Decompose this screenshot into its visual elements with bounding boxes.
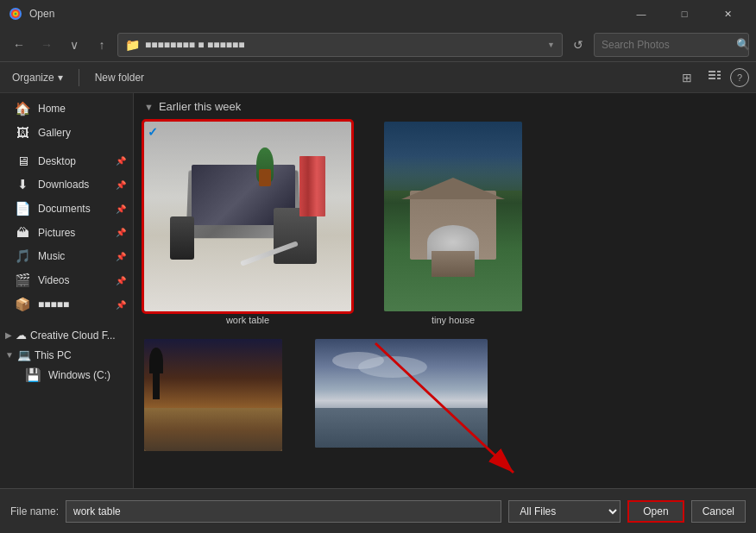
view-details-icon [708,69,721,85]
pin-icon-videos: 📌 [116,276,126,285]
downloads-icon: ⬇ [14,177,31,192]
address-bar[interactable]: 📁 ■■■■■■■■ ■ ■■■■■■ ▼ [117,33,563,57]
bottom-bar: File name: All FilesJPEGPNGBMPGIFTIFF Op… [0,488,756,533]
refresh-button[interactable]: ↺ [566,33,590,57]
creative-cloud-chevron-icon: ▶ [5,330,12,340]
creative-cloud-label: Creative Cloud F... [30,329,116,342]
down-button[interactable]: ∨ [62,33,86,57]
toolbar-right: ⊞ ? [675,66,749,90]
maximize-button[interactable]: □ [665,0,704,28]
title-bar: Open — □ ✕ [0,0,756,28]
pin-icon-downloads: 📌 [116,180,126,190]
misc-icon: 📦 [14,297,31,312]
photo-label-tiny-house: tiny house [432,315,475,325]
organize-label: Organize [12,72,54,84]
close-button[interactable]: ✕ [708,0,747,28]
documents-icon: 📄 [14,201,31,216]
photo-item-sunset[interactable] [144,339,282,455]
this-pc-label: This PC [35,349,72,361]
toolbar-separator [79,69,79,86]
window-controls: — □ ✕ [621,0,747,28]
svg-rect-7 [717,71,721,72]
view-details-button[interactable] [702,66,727,90]
filename-label: File name: [10,505,59,517]
creative-cloud-icon: ☁ [16,329,27,342]
sidebar-group-this-pc[interactable]: ▼ 💻 This PC [0,343,133,363]
pictures-icon: 🏔 [14,225,31,240]
svg-rect-6 [709,78,715,79]
back-button[interactable]: ← [7,33,31,57]
sidebar-item-documents[interactable]: 📄 Documents 📌 [0,197,133,221]
windows-c-icon: 💾 [24,367,41,383]
section-header: ▼ Earlier this week [144,100,746,113]
window-title: Open [29,8,54,20]
sidebar-item-music[interactable]: 🎵 Music 📌 [0,244,133,268]
photo-item-work-table[interactable]: ✓ work table [144,122,351,325]
organize-button[interactable]: Organize ▾ [7,69,68,86]
nav-bar: ← → ∨ ↑ 📁 ■■■■■■■■ ■ ■■■■■■ ▼ ↺ 🔍 [0,28,756,62]
sidebar-item-misc[interactable]: 📦 ■■■■■ 📌 [0,292,133,317]
sidebar-item-pictures[interactable]: 🏔 Pictures 📌 [0,221,133,244]
sidebar-item-gallery[interactable]: 🖼 Gallery [0,121,133,144]
filetype-select[interactable]: All FilesJPEGPNGBMPGIFTIFF [508,500,621,523]
view-grid-icon: ⊞ [682,71,692,85]
this-pc-chevron-icon: ▼ [5,350,14,360]
photo-item-tiny-house[interactable]: tiny house [384,122,522,325]
pin-icon-documents: 📌 [116,204,126,214]
sidebar-item-windows-c[interactable]: 💾 Windows (C:) [0,363,133,387]
photo-grid-row1: ✓ work table [144,122,746,325]
gallery-icon: 🖼 [14,125,31,140]
forward-button[interactable]: → [35,33,59,57]
music-icon: 🎵 [14,248,31,264]
sidebar-group-creative-cloud[interactable]: ▶ ☁ Creative Cloud F... [0,323,133,343]
search-input[interactable] [602,39,731,51]
new-folder-button[interactable]: New folder [90,69,149,86]
sidebar: 🏠 Home 🖼 Gallery 🖥 Desktop 📌 ⬇ Downloads… [0,93,134,488]
filename-input[interactable] [66,500,501,523]
home-icon: 🏠 [14,101,31,116]
pin-icon: 📌 [116,156,126,166]
sidebar-item-desktop[interactable]: 🖥 Desktop 📌 [0,149,133,172]
section-chevron-icon: ▼ [144,102,154,112]
desktop-icon: 🖥 [14,154,31,168]
pin-icon-misc: 📌 [116,300,126,310]
svg-rect-8 [717,74,721,76]
photo-label-work-table: work table [226,315,269,325]
search-icon: 🔍 [736,38,750,51]
check-mark: ✓ [148,125,158,139]
open-button[interactable]: Open [627,500,684,523]
svg-rect-9 [717,78,721,79]
cancel-button[interactable]: Cancel [691,500,746,523]
file-area: ▼ Earlier this week [134,93,756,488]
view-grid-button[interactable]: ⊞ [675,66,699,90]
help-button[interactable]: ? [730,68,749,87]
organize-caret-icon: ▾ [58,72,63,84]
section-title: Earlier this week [159,100,241,113]
pin-icon-pictures: 📌 [116,228,126,237]
main-content: 🏠 Home 🖼 Gallery 🖥 Desktop 📌 ⬇ Downloads… [0,93,756,488]
toolbar: Organize ▾ New folder ⊞ ? [0,62,756,93]
app-icon [9,7,22,21]
address-text: ■■■■■■■■ ■ ■■■■■■ [145,39,542,51]
address-folder-icon: 📁 [125,38,140,52]
videos-icon: 🎬 [14,273,31,288]
search-box[interactable]: 🔍 [594,33,749,57]
sidebar-item-videos[interactable]: 🎬 Videos 📌 [0,268,133,292]
photo-item-landscape[interactable] [315,339,488,451]
address-caret-icon: ▼ [547,41,555,49]
sidebar-item-downloads[interactable]: ⬇ Downloads 📌 [0,172,133,197]
svg-point-3 [15,13,17,16]
minimize-button[interactable]: — [621,0,661,28]
photo-grid-row2 [144,339,746,455]
this-pc-icon: 💻 [17,348,31,361]
up-button[interactable]: ↑ [90,33,114,57]
pin-icon-music: 📌 [116,252,126,261]
sidebar-item-home[interactable]: 🏠 Home [0,97,133,121]
svg-rect-4 [709,71,715,72]
svg-rect-5 [709,74,715,76]
